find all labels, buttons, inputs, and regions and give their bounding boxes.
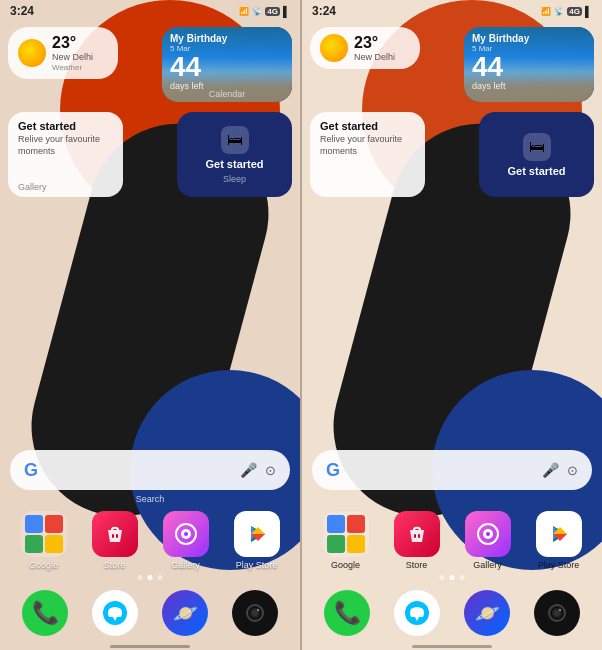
birthday-widget[interactable]: My Birthday 5 Mar 44 days left Calendar (162, 27, 292, 102)
right-dock: 📞 🪐 (312, 585, 592, 640)
weather-provider: Weather (52, 63, 93, 73)
sleep-label: Get started (205, 158, 263, 170)
right-microphone-icon[interactable]: 🎤 (542, 462, 559, 478)
right-sleep-icon: 🛏 (523, 133, 551, 161)
sleep-icon: 🛏 (221, 126, 249, 154)
status-bar: 3:24 📶 📡 4G ▌ (0, 0, 300, 22)
google-app-label: Google (29, 560, 58, 570)
right-dock-browser-icon[interactable]: 🪐 (464, 590, 510, 636)
google-folder-icon (21, 511, 67, 557)
microphone-icon[interactable]: 🎤 (240, 462, 257, 478)
app-item-gallery[interactable]: Gallery (158, 511, 214, 570)
right-google-folder-icon (323, 511, 369, 557)
right-status-indicator: 📶 (541, 7, 551, 16)
right-app-item-gallery[interactable]: Gallery (460, 511, 516, 570)
store-app-label: Store (104, 560, 126, 570)
playstore-app-label: Play Store (236, 560, 278, 570)
right-status-time: 3:24 (312, 4, 336, 18)
right-dock-phone-icon[interactable]: 📞 (324, 590, 370, 636)
right-playstore-app-label: Play Store (538, 560, 580, 570)
dock-phone-icon[interactable]: 📞 (22, 590, 68, 636)
right-status-battery: ▌ (585, 6, 592, 17)
right-sleep-widget[interactable]: 🛏 Get started (479, 112, 594, 197)
playstore-icon (234, 511, 280, 557)
sleep-widget[interactable]: 🛏 Get started Sleep (177, 112, 292, 197)
get-started-widget[interactable]: Get started Relive your favourite moment… (8, 112, 123, 197)
right-dot-3 (460, 575, 465, 580)
gallery-app-label: Gallery (171, 560, 200, 570)
weather-widget[interactable]: 23° New Delhi Weather (8, 27, 118, 79)
right-store-icon (394, 511, 440, 557)
dot-3 (158, 575, 163, 580)
dock-browser-icon[interactable]: 🪐 (162, 590, 208, 636)
gallery-icon (163, 511, 209, 557)
right-app-item-playstore[interactable]: Play Store (531, 511, 587, 570)
right-status-wifi: 📡 (554, 7, 564, 16)
right-get-started-widget[interactable]: Get started Relive your favourite moment… (310, 112, 425, 197)
search-bar[interactable]: G 🎤 ⊙ Search (10, 450, 290, 490)
right-search-bar[interactable]: G 🎤 ⊙ (312, 450, 592, 490)
right-screen: 3:24 📶 📡 4G ▌ 23° New Delhi My Birthday … (302, 0, 602, 650)
right-get-started-desc: Relive your favourite moments (320, 134, 415, 157)
right-weather-widget[interactable]: 23° New Delhi (310, 27, 420, 69)
right-weather-city: New Delhi (354, 52, 395, 63)
right-google-g-logo: G (326, 460, 340, 481)
right-get-started-title: Get started (320, 120, 415, 132)
svg-point-14 (252, 610, 258, 616)
store-icon (92, 511, 138, 557)
app-item-playstore[interactable]: Play Store (229, 511, 285, 570)
search-label: Search (136, 494, 165, 504)
app-item-store[interactable]: Store (87, 511, 143, 570)
right-app-grid: Google Store Gall (310, 511, 594, 570)
calendar-footer-label: Calendar (162, 89, 292, 99)
birthday-days: 44 (170, 53, 284, 81)
weather-text: 23° New Delhi Weather (52, 33, 93, 73)
status-time: 3:24 (10, 4, 34, 18)
dock-camera-icon[interactable] (232, 590, 278, 636)
svg-point-5 (184, 532, 188, 536)
birthday-title: My Birthday (170, 33, 284, 44)
right-dock-camera-icon[interactable] (534, 590, 580, 636)
left-screen: 3:24 📶 📡 4G ▌ 23° New Delhi Weather My B… (0, 0, 300, 650)
right-store-app-label: Store (406, 560, 428, 570)
dock: 📞 🪐 (10, 585, 290, 640)
get-started-desc: Relive your favourite moments (18, 134, 113, 157)
status-network: 4G (265, 7, 280, 16)
right-dot-2-active (450, 575, 455, 580)
gallery-footer: Gallery (18, 182, 47, 192)
right-app-item-google[interactable]: Google (318, 511, 374, 570)
right-playstore-icon (536, 511, 582, 557)
right-gallery-icon (465, 511, 511, 557)
right-birthday-widget[interactable]: My Birthday 5 Mar 44 days left (464, 27, 594, 102)
svg-point-20 (486, 532, 490, 536)
right-lens-icon[interactable]: ⊙ (567, 463, 578, 478)
dock-chat-icon[interactable] (92, 590, 138, 636)
right-status-network: 4G (567, 7, 582, 16)
right-app-item-store[interactable]: Store (389, 511, 445, 570)
google-g-logo: G (24, 460, 38, 481)
screen-divider (300, 0, 302, 650)
svg-rect-1 (112, 534, 114, 538)
right-weather-temp: 23° (354, 33, 395, 52)
right-google-app-label: Google (331, 560, 360, 570)
right-dot-1 (440, 575, 445, 580)
status-wifi: 📡 (252, 7, 262, 16)
right-gallery-app-label: Gallery (473, 560, 502, 570)
page-dots (138, 575, 163, 580)
status-battery: ▌ (283, 6, 290, 17)
app-item-google[interactable]: Google (16, 511, 72, 570)
svg-point-15 (257, 609, 259, 611)
right-birthday-days-label: days left (472, 81, 586, 91)
dot-1 (138, 575, 143, 580)
svg-point-30 (559, 609, 561, 611)
right-weather-text: 23° New Delhi (354, 33, 395, 63)
svg-rect-17 (418, 534, 420, 538)
lens-icon[interactable]: ⊙ (265, 463, 276, 478)
status-indicator: 📶 (239, 7, 249, 16)
right-sleep-label: Get started (507, 165, 565, 177)
right-page-dots (440, 575, 465, 580)
right-dock-chat-icon[interactable] (394, 590, 440, 636)
weather-icon (18, 39, 46, 67)
svg-rect-2 (116, 534, 118, 538)
get-started-title: Get started (18, 120, 113, 132)
